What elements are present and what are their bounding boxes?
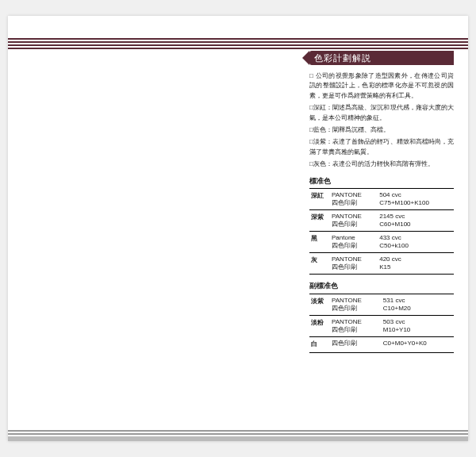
spec-label: 四色印刷 xyxy=(332,326,380,334)
spec-value: M10+Y10 xyxy=(383,326,452,334)
color-name: 深紅 xyxy=(309,189,330,210)
spec-value: 504 cvc xyxy=(379,191,452,199)
spec-label: 四色印刷 xyxy=(332,199,376,207)
color-table-secondary: 淡紫 PANTONE 四色印刷 531 cvc C10+M20 淡粉 PANTO… xyxy=(309,294,454,352)
color-values: 2145 cvc C60+M100 xyxy=(378,210,454,232)
color-table-standard: 深紅 PANTONE 四色印刷 504 cvc C75+M100+K100 深紫… xyxy=(309,188,454,275)
color-values: 420 cvc K15 xyxy=(378,253,454,275)
stripe-bar xyxy=(8,41,468,43)
intro-paragraph: □淡紫：表達了首飾品的輕巧、精致和高檔時尚，充滿了華貴高雅的氣質。 xyxy=(309,137,454,157)
spec-label: PANTONE xyxy=(332,213,376,221)
spec-label: PANTONE xyxy=(332,255,376,263)
spec-label: PANTONE xyxy=(332,297,380,305)
title-bar: 色彩計劃解説 xyxy=(309,51,454,65)
color-spec: Pantone 四色印刷 xyxy=(330,232,378,253)
color-name: 淡紫 xyxy=(309,294,330,316)
stripe-bar xyxy=(8,433,468,435)
intro-paragraph: □灰色：表達公司的活力輕快和高階有彈性。 xyxy=(309,159,454,169)
document-page: 色彩計劃解説 □ 公司的視覺形象除了造型因素外，在傳達公司資訊的整體設計上，色彩… xyxy=(8,16,468,441)
table-row: 灰 PANTONE 四色印刷 420 cvc K15 xyxy=(309,253,454,275)
top-stripe xyxy=(8,38,468,51)
spec-label: 四色印刷 xyxy=(332,263,376,271)
color-name: 黑 xyxy=(309,232,330,253)
spec-value: 433 cvc xyxy=(379,234,452,242)
table-row: 淡紫 PANTONE 四色印刷 531 cvc C10+M20 xyxy=(309,294,454,316)
section-title: 標准色 xyxy=(309,176,454,187)
spec-label: 四色印刷 xyxy=(332,305,380,313)
table-row: 深紅 PANTONE 四色印刷 504 cvc C75+M100+K100 xyxy=(309,189,454,210)
spec-value: 503 cvc xyxy=(383,318,452,326)
color-values: 433 cvc C50+k100 xyxy=(378,232,454,253)
spec-value: 2145 cvc xyxy=(379,213,452,221)
spec-value: C10+M20 xyxy=(383,305,452,313)
spec-value: 531 cvc xyxy=(383,297,452,305)
intro-paragraph: □ 公司的視覺形象除了造型因素外，在傳達公司資訊的整體設計上，色彩的標準化亦是不… xyxy=(309,71,454,101)
table-row: 深紫 PANTONE 四色印刷 2145 cvc C60+M100 xyxy=(309,210,454,232)
table-row: 淡粉 PANTONE 四色印刷 503 cvc M10+Y10 xyxy=(309,316,454,337)
color-name: 淡粉 xyxy=(309,316,330,337)
spec-label: 四色印刷 xyxy=(332,221,376,228)
color-values: 531 cvc C10+M20 xyxy=(382,294,454,316)
spec-label: PANTONE xyxy=(332,191,376,199)
spec-value: C50+k100 xyxy=(379,242,452,250)
spec-label: PANTONE xyxy=(332,318,380,326)
color-spec: PANTONE 四色印刷 xyxy=(330,210,378,232)
stripe-bar xyxy=(8,48,468,49)
color-values: 503 cvc M10+Y10 xyxy=(382,316,454,337)
table-row: 白 四色印刷 C0+M0+Y0+K0 xyxy=(309,337,454,352)
color-values: C0+M0+Y0+K0 xyxy=(382,337,454,352)
page-title: 色彩計劃解説 xyxy=(314,53,371,63)
spec-label: 四色印刷 xyxy=(332,340,380,348)
stripe-bar xyxy=(8,44,468,46)
intro-paragraph: □深紅：闡述爲高級、深沉和現代感，雍容大度的大氣，是本公司精神的象征。 xyxy=(309,103,454,123)
spec-value: C0+M0+Y0+K0 xyxy=(383,340,452,348)
color-spec: PANTONE 四色印刷 xyxy=(330,294,382,316)
stripe-bar xyxy=(8,38,468,40)
color-values: 504 cvc C75+M100+K100 xyxy=(378,189,454,210)
color-spec: 四色印刷 xyxy=(330,337,382,352)
color-name: 灰 xyxy=(309,253,330,275)
color-name: 深紫 xyxy=(309,210,330,232)
stripe-bar xyxy=(8,430,468,432)
intro-paragraph: □藍色：闡釋爲沉穩、高檔。 xyxy=(309,125,454,135)
table-row: 黑 Pantone 四色印刷 433 cvc C50+k100 xyxy=(309,232,454,253)
color-spec: PANTONE 四色印刷 xyxy=(330,316,382,337)
color-spec: PANTONE 四色印刷 xyxy=(330,253,378,275)
spec-label: 四色印刷 xyxy=(332,242,376,250)
content-column: □ 公司的視覺形象除了造型因素外，在傳達公司資訊的整體設計上，色彩的標準化亦是不… xyxy=(309,71,454,353)
spec-value: 420 cvc xyxy=(379,255,452,263)
footer-bar xyxy=(8,436,468,441)
bottom-stripe xyxy=(8,428,468,436)
spec-label: Pantone xyxy=(332,234,376,242)
spec-value: C60+M100 xyxy=(379,221,452,228)
section-title: 副標准色 xyxy=(309,281,454,292)
spec-value: C75+M100+K100 xyxy=(379,199,452,207)
color-spec: PANTONE 四色印刷 xyxy=(330,189,378,210)
color-name: 白 xyxy=(309,337,330,352)
spec-value: K15 xyxy=(379,263,452,271)
